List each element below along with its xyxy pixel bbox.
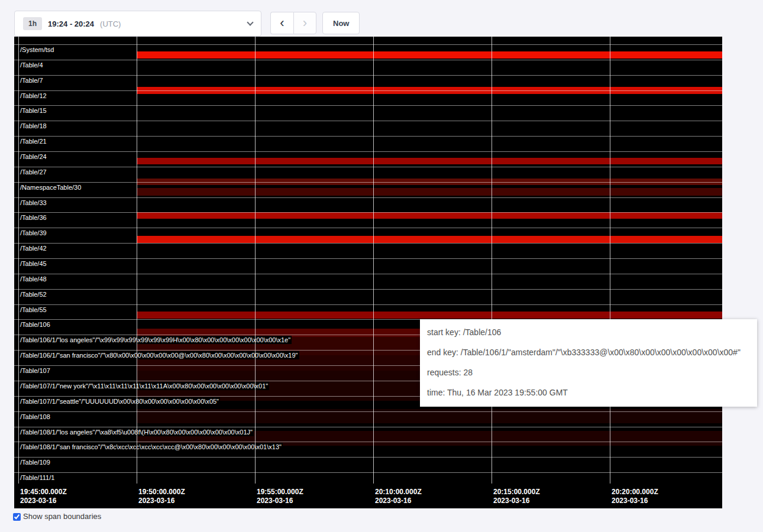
heatmap-row-label: /Table/48	[19, 275, 48, 283]
span-boundary-line	[14, 274, 722, 274]
span-boundary-line	[14, 105, 722, 106]
span-boundary-line	[14, 457, 722, 458]
span-boundary-line	[14, 182, 722, 183]
time-range-label: 19:24 - 20:24	[48, 20, 94, 28]
next-time-button[interactable]: ›	[293, 12, 316, 34]
x-axis-tick: 20:15:00.000Z2023-03-16	[493, 488, 540, 505]
heatmap-row-label: /Table/15	[19, 106, 48, 115]
heatmap-row-label: /System/tsd	[19, 46, 55, 54]
duration-badge: 1h	[23, 17, 42, 30]
x-tick-time: 20:15:00.000Z	[493, 488, 540, 497]
x-tick-date: 2023-03-16	[138, 497, 185, 505]
heatmap-row-label: /Table/109	[19, 458, 51, 466]
heatmap-row-label: /Table/55	[19, 306, 48, 314]
heatmap-canvas[interactable]: /System/tsd/Table/4/Table/7/Table/12/Tab…	[14, 37, 722, 508]
chevron-down-icon	[247, 19, 253, 25]
time-gridline	[373, 37, 374, 484]
timezone-label: (UTC)	[100, 20, 121, 28]
heatmap-row-label: /Table/24	[19, 153, 48, 161]
heatmap-row-label: /Table/52	[19, 290, 48, 299]
heatmap-row-label: /Table/107/1/"seattle"/"UUUUUUD\x00\x80\…	[19, 397, 220, 406]
span-boundary-line	[14, 411, 722, 412]
span-boundary-line	[14, 121, 722, 121]
heatmap-row-label: /Table/18	[19, 122, 48, 130]
heat-band	[137, 158, 722, 164]
heatmap-row-label: /Table/27	[19, 168, 48, 176]
heatmap-row-label: /Table/107/1/"new york"/"\x11\x11\x11\x1…	[19, 382, 269, 390]
heat-band	[137, 312, 722, 319]
chevron-left-icon: ‹	[280, 17, 284, 29]
time-gridline	[18, 37, 19, 484]
heat-band	[137, 51, 722, 59]
heatmap-row-label: /Table/106/1/"san francisco"/"\x80\x00\x…	[19, 351, 299, 359]
heatmap-row-label: /Table/111/1	[19, 473, 56, 482]
span-boundary-line	[14, 151, 722, 152]
span-boundary-line	[14, 289, 722, 290]
heatmap-row-label: /Table/4	[19, 61, 44, 69]
heatmap-row-label: /Table/107	[19, 366, 51, 375]
x-axis-tick: 19:50:00.000Z2023-03-16	[138, 488, 185, 505]
time-gridline	[137, 37, 137, 484]
x-tick-time: 19:50:00.000Z	[138, 488, 185, 497]
heatmap-row-label: /Table/39	[19, 229, 48, 237]
x-axis-tick: 19:45:00.000Z2023-03-16	[20, 488, 67, 505]
x-tick-time: 20:20:00.000Z	[612, 488, 658, 497]
span-boundary-line	[14, 90, 722, 91]
x-tick-date: 2023-03-16	[257, 497, 303, 505]
span-boundary-line	[14, 228, 722, 228]
footer: Show span boundaries	[13, 512, 101, 521]
span-tooltip: start key: /Table/106 end key: /Table/10…	[420, 319, 757, 407]
time-gridline	[492, 37, 492, 484]
heatmap-row-label: /Table/106	[19, 320, 51, 329]
prev-time-button[interactable]: ‹	[270, 12, 293, 34]
heatmap-row-label: /Table/45	[19, 259, 48, 268]
heatmap-row-label: /Table/108/1/"san francisco"/"\x8c\xcc\x…	[19, 443, 283, 451]
heatmap-row-label: /Table/36	[19, 213, 48, 222]
time-range-select[interactable]: 1h 19:24 - 20:24 (UTC)	[14, 11, 261, 37]
span-boundary-line	[14, 258, 722, 259]
now-button[interactable]: Now	[322, 12, 360, 34]
span-boundary-line	[14, 75, 722, 76]
span-boundary-line	[14, 197, 722, 198]
time-gridline	[610, 37, 610, 484]
heatmap-row-label: /Table/21	[19, 137, 48, 145]
span-boundary-line	[14, 427, 722, 427]
heat-band	[137, 188, 722, 196]
heat-band	[137, 236, 722, 243]
span-boundary-line	[14, 136, 722, 137]
time-nav-group: ‹ ›	[270, 12, 316, 34]
chevron-right-icon: ›	[303, 17, 307, 29]
toolbar: 1h 19:24 - 20:24 (UTC) ‹ › Now	[14, 11, 360, 37]
tooltip-end-key: end key: /Table/106/1/"amsterdam"/"\xb33…	[427, 348, 750, 357]
show-span-boundaries-checkbox[interactable]	[13, 513, 21, 521]
heatmap-row-label: /Table/42	[19, 244, 48, 252]
span-boundary-line	[14, 167, 722, 167]
x-tick-date: 2023-03-16	[20, 497, 67, 505]
heatmap-row-label: /Table/7	[19, 76, 44, 85]
span-boundary-line	[14, 442, 722, 442]
x-tick-date: 2023-03-16	[493, 497, 540, 505]
span-boundary-line	[14, 212, 722, 213]
span-boundary-line	[14, 60, 722, 60]
span-boundary-line	[14, 304, 722, 305]
tooltip-time: time: Thu, 16 Mar 2023 19:55:00 GMT	[427, 388, 750, 397]
span-boundary-line	[14, 243, 722, 244]
span-boundary-line	[14, 44, 722, 45]
tooltip-start-key: start key: /Table/106	[427, 327, 750, 337]
x-tick-time: 19:45:00.000Z	[20, 488, 67, 497]
heatmap-row-label: /NamespaceTable/30	[19, 183, 82, 192]
x-axis-tick: 19:55:00.000Z2023-03-16	[257, 488, 303, 505]
time-gridline	[255, 37, 256, 484]
heatmap-row-label: /Table/106/1/"los angeles"/"\x99\x99\x99…	[19, 336, 292, 344]
span-boundary-line	[14, 472, 722, 473]
x-axis-tick: 20:10:00.000Z2023-03-16	[375, 488, 422, 505]
x-tick-date: 2023-03-16	[612, 497, 658, 505]
show-span-boundaries-label: Show span boundaries	[23, 512, 101, 521]
x-axis-tick: 20:20:00.000Z2023-03-16	[612, 488, 658, 505]
heat-band	[137, 212, 722, 219]
now-button-label: Now	[333, 19, 349, 28]
x-tick-time: 19:55:00.000Z	[257, 488, 303, 497]
heatmap-row-label: /Table/12	[19, 92, 48, 100]
tooltip-requests: requests: 28	[427, 368, 750, 377]
heatmap-row-label: /Table/33	[19, 199, 48, 207]
